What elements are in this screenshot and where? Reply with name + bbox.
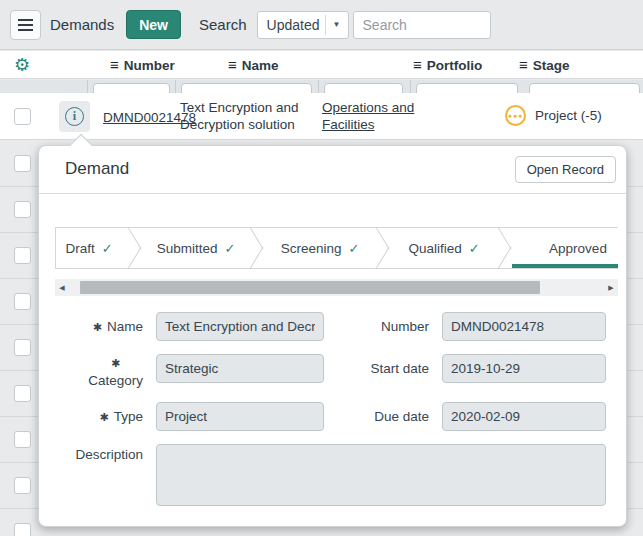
row-checkbox[interactable] [14, 247, 31, 264]
popup-title: Demand [65, 159, 129, 179]
record-form: ✱Name Number ✱Category Start date ✱Type … [39, 296, 626, 506]
due-date-field[interactable] [442, 402, 606, 431]
row-checkbox[interactable] [14, 477, 31, 494]
filter-input-number[interactable] [93, 83, 170, 93]
stage-chevron-divider [370, 228, 396, 268]
search-label: Search [199, 16, 247, 33]
description-field-label: Description [75, 444, 143, 462]
name-field[interactable] [156, 312, 324, 341]
table-row-selected: i DMND0021478 Text Encryption and Decryp… [0, 93, 643, 140]
column-divider [175, 80, 176, 93]
description-field[interactable] [156, 444, 606, 506]
row-checkbox[interactable] [14, 339, 31, 356]
top-toolbar: Demands New Search Updated ▼ [0, 0, 643, 50]
check-icon: ✓ [348, 241, 359, 256]
gear-icon[interactable]: ⚙ [14, 55, 30, 75]
popup-header: Demand Open Record [39, 146, 626, 194]
stage-draft[interactable]: Draft✓ [56, 228, 122, 268]
search-input[interactable] [353, 11, 491, 39]
start-date-field[interactable] [442, 354, 606, 383]
record-name-cell: Text Encryption and Decryption solution [180, 99, 317, 133]
scrollbar-track[interactable] [69, 281, 604, 294]
number-field-label: Number [381, 312, 429, 334]
filter-input-name[interactable] [181, 83, 312, 93]
category-field[interactable] [156, 354, 324, 383]
stage-chevron-divider [244, 228, 270, 268]
name-field-label: ✱Name [93, 312, 143, 334]
stage-qualified[interactable]: Qualified✓ [396, 228, 492, 268]
mandatory-icon: ✱ [100, 411, 109, 423]
menu-button[interactable] [10, 10, 41, 40]
filter-input-extra[interactable] [529, 83, 640, 93]
scroll-left-icon[interactable]: ◀ [55, 284, 69, 292]
stage-status-ellipsis-icon: ●●● [505, 105, 526, 126]
stage-text: Project (-5) [535, 108, 602, 123]
column-menu-icon: ≡ [228, 56, 237, 73]
type-field-label: ✱Type [100, 402, 144, 424]
row-checkbox[interactable] [14, 293, 31, 310]
column-menu-icon: ≡ [413, 56, 422, 73]
portfolio-link[interactable]: Operations and Facilities [322, 99, 430, 133]
column-menu-icon: ≡ [519, 56, 528, 73]
row-checkbox[interactable] [14, 431, 31, 448]
stage-approved-current[interactable]: Approved [518, 228, 618, 268]
column-filter-row [0, 80, 643, 93]
scroll-right-icon[interactable]: ▶ [604, 284, 618, 292]
stage-cell: ●●● Project (-5) [505, 105, 602, 126]
stage-scroll-area: Draft✓ Submitted✓ Screening✓ Qualified✓ … [55, 227, 618, 296]
menu-icon [18, 19, 33, 31]
check-icon: ✓ [469, 241, 480, 256]
filter-input-stage[interactable] [416, 83, 518, 93]
search-field-selected-value: Updated [258, 17, 325, 33]
filter-input-portfolio[interactable] [324, 83, 403, 93]
row-checkbox[interactable] [14, 108, 31, 125]
stage-chevron-divider [492, 228, 518, 268]
stage-screening[interactable]: Screening✓ [270, 228, 370, 268]
column-header-portfolio[interactable]: ≡Portfolio [413, 56, 482, 73]
open-record-button[interactable]: Open Record [515, 156, 616, 183]
stage-chevron-divider [122, 228, 148, 268]
scrollbar-thumb[interactable] [80, 281, 540, 294]
number-field[interactable] [442, 312, 606, 341]
list-title: Demands [50, 16, 114, 33]
search-field-select[interactable]: Updated ▼ [257, 11, 349, 39]
mandatory-icon: ✱ [111, 355, 120, 372]
check-icon: ✓ [224, 241, 235, 256]
mandatory-icon: ✱ [93, 321, 102, 333]
preview-record-button[interactable]: i [59, 101, 90, 132]
app-window: Demands New Search Updated ▼ ⚙ ≡Number ≡… [0, 0, 643, 536]
stage-submitted[interactable]: Submitted✓ [148, 228, 244, 268]
row-checkbox[interactable] [14, 201, 31, 218]
list-header-row: ⚙ ≡Number ≡Name ≡Portfolio ≡Stage [0, 51, 643, 79]
start-date-field-label: Start date [370, 354, 429, 376]
stage-progress-bar: Draft✓ Submitted✓ Screening✓ Qualified✓ … [55, 227, 618, 269]
new-button[interactable]: New [126, 10, 181, 39]
column-divider [410, 80, 411, 93]
column-header-number[interactable]: ≡Number [110, 56, 175, 73]
column-divider [87, 80, 88, 93]
record-preview-popup: Demand Open Record Draft✓ Submitted✓ Scr… [38, 145, 627, 527]
horizontal-scrollbar[interactable]: ◀ ▶ [55, 279, 618, 296]
type-field[interactable] [156, 402, 324, 431]
category-field-label: ✱Category [88, 354, 143, 389]
row-checkbox[interactable] [14, 155, 31, 172]
chevron-down-icon: ▼ [326, 20, 348, 29]
column-header-name[interactable]: ≡Name [228, 56, 279, 73]
column-divider [318, 80, 319, 93]
check-icon: ✓ [102, 241, 113, 256]
column-menu-icon: ≡ [110, 56, 119, 73]
due-date-field-label: Due date [374, 402, 429, 424]
column-header-stage[interactable]: ≡Stage [519, 56, 570, 73]
row-checkbox[interactable] [14, 523, 31, 536]
info-icon: i [65, 107, 84, 126]
row-checkbox[interactable] [14, 385, 31, 402]
